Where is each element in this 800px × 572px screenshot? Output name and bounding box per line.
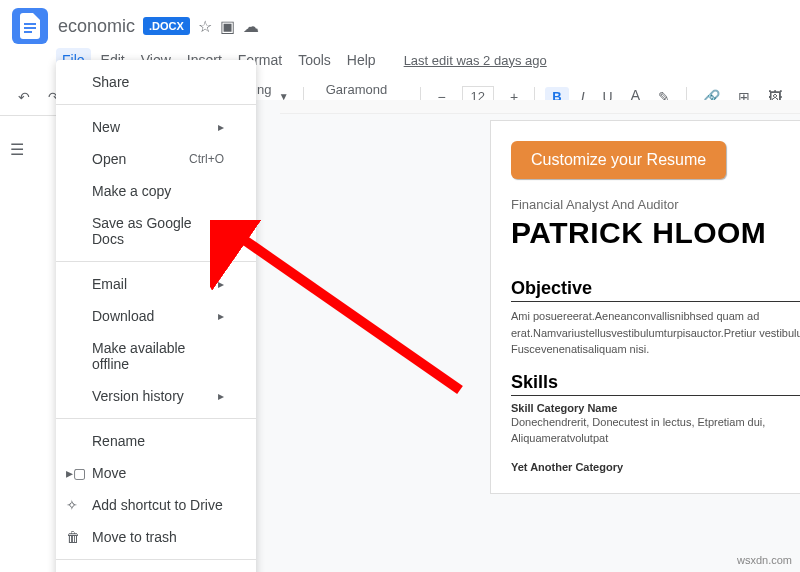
resume-name: PATRICK HLOOM [511, 216, 800, 250]
svg-rect-2 [24, 31, 32, 33]
document-page[interactable]: Customize your Resume Financial Analyst … [490, 120, 800, 494]
shortcut-icon: ✧ [66, 497, 78, 513]
undo-icon[interactable]: ↶ [12, 87, 36, 107]
document-title[interactable]: economic [58, 16, 135, 37]
menu-item-move[interactable]: ▸▢Move [56, 457, 256, 489]
svg-line-3 [230, 230, 460, 390]
docx-badge: .DOCX [143, 17, 190, 35]
objective-body: Ami posuereerat.Aeneanconvallisnibhsed q… [511, 308, 800, 358]
move-folder-icon[interactable]: ▣ [220, 17, 235, 36]
skill-body-1: Donechendrerit, Donecutest in lectus, Et… [511, 414, 797, 447]
annotation-arrow [210, 220, 470, 400]
skill-category-1: Skill Category Name [511, 402, 797, 414]
customize-resume-button[interactable]: Customize your Resume [511, 141, 726, 179]
objective-heading: Objective [511, 278, 800, 302]
svg-rect-1 [24, 27, 36, 29]
svg-rect-0 [24, 23, 36, 25]
cloud-status-icon[interactable]: ☁ [243, 17, 259, 36]
ruler[interactable] [280, 100, 800, 114]
menu-item-new[interactable]: New▸ [56, 111, 256, 143]
folder-move-icon: ▸▢ [66, 465, 86, 481]
menu-item-add-shortcut[interactable]: ✧Add shortcut to Drive [56, 489, 256, 521]
docs-logo[interactable] [12, 8, 48, 44]
skill-category-3: Yet Another Category [511, 461, 800, 473]
trash-icon: 🗑 [66, 529, 80, 545]
menu-tools[interactable]: Tools [292, 48, 337, 72]
menu-help[interactable]: Help [341, 48, 382, 72]
menu-item-share[interactable]: Share [56, 66, 256, 98]
watermark: wsxdn.com [737, 554, 792, 566]
menu-item-open[interactable]: OpenCtrl+O [56, 143, 256, 175]
last-edit-link[interactable]: Last edit was 2 days ago [398, 49, 553, 72]
menu-item-publish[interactable]: Publish to the web [56, 566, 256, 572]
chevron-right-icon: ▸ [218, 120, 224, 134]
menu-item-trash[interactable]: 🗑Move to trash [56, 521, 256, 553]
menu-item-rename[interactable]: Rename [56, 425, 256, 457]
job-title-text: Financial Analyst And Auditor [511, 197, 800, 212]
menu-item-make-copy[interactable]: Make a copy [56, 175, 256, 207]
skills-heading: Skills [511, 372, 800, 396]
star-icon[interactable]: ☆ [198, 17, 212, 36]
outline-icon[interactable]: ☰ [10, 140, 24, 159]
